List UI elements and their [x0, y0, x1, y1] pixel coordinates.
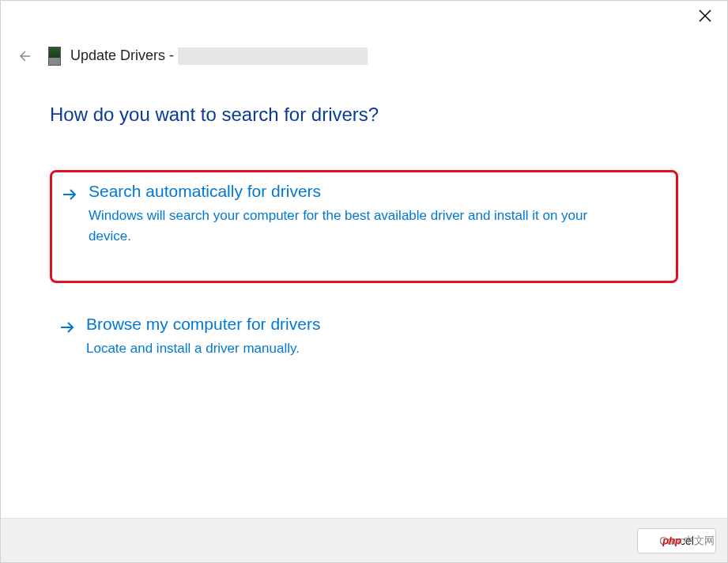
option-browse-computer[interactable]: Browse my computer for drivers Locate an…	[50, 305, 678, 387]
dialog-title: Update Drivers -	[70, 47, 368, 65]
arrow-right-icon	[59, 319, 75, 335]
option-description: Windows will search your computer for th…	[89, 206, 594, 246]
arrow-right-icon	[62, 187, 77, 202]
close-icon[interactable]	[697, 9, 713, 25]
device-name-redacted	[178, 47, 368, 65]
option-text: Browse my computer for drivers Locate an…	[86, 315, 669, 359]
device-icon	[48, 47, 61, 66]
option-title: Search automatically for drivers	[89, 182, 666, 201]
content-area: How do you want to search for drivers? S…	[50, 104, 678, 410]
option-title: Browse my computer for drivers	[86, 315, 669, 334]
header-row: Update Drivers -	[17, 47, 368, 66]
title-prefix: Update Drivers -	[70, 47, 178, 63]
option-search-automatically[interactable]: Search automatically for drivers Windows…	[50, 170, 678, 283]
option-description: Locate and install a driver manually.	[86, 338, 592, 359]
cancel-button[interactable]: Cancel	[637, 528, 716, 554]
footer-bar: Cancel	[1, 518, 727, 562]
option-text: Search automatically for drivers Windows…	[89, 182, 666, 246]
back-arrow-icon[interactable]	[17, 49, 31, 63]
question-heading: How do you want to search for drivers?	[50, 104, 678, 126]
